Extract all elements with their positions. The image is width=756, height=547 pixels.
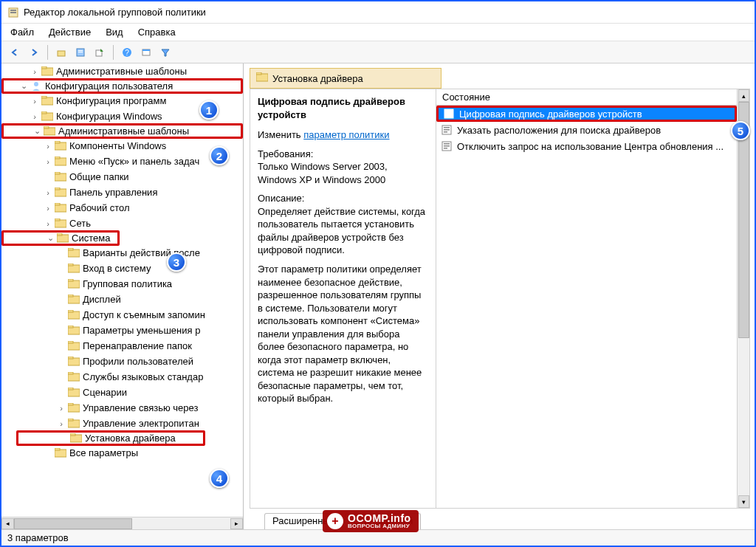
svg-rect-66	[446, 111, 452, 112]
tree-label: Конфигурация пользователя	[45, 80, 173, 92]
tree-lang-services[interactable]: Службы языковых стандар	[1, 369, 243, 385]
description-p1: Определяет действие системы, когда польз…	[258, 206, 425, 256]
tree-action-variants[interactable]: Варианты действий после	[1, 245, 243, 261]
svg-rect-60	[70, 433, 75, 436]
folder-icon	[68, 278, 80, 290]
nav-forward-icon[interactable]	[25, 44, 43, 61]
chevron-right-icon[interactable]: ›	[43, 219, 53, 228]
hscroll-thumb[interactable]	[14, 518, 132, 529]
tree-reduction-params[interactable]: Параметры уменьшения р	[1, 323, 243, 338]
tree-label: Рабочий стол	[69, 202, 130, 213]
toolbar: ?	[1, 41, 755, 63]
tree-scroll[interactable]: › Административные шаблоны ⌄ Конфигураци…	[1, 63, 243, 517]
app-icon	[7, 7, 19, 18]
user-config-icon	[30, 80, 42, 92]
tree-removable-access[interactable]: Доступ к съемным запомин	[1, 307, 243, 323]
tree-user-config[interactable]: ⌄ Конфигурация пользователя	[1, 78, 243, 94]
policy-row-label: Цифровая подпись драйверов устройств	[459, 109, 642, 120]
tree-network[interactable]: › Сеть	[1, 216, 243, 231]
tree-comm-mgmt[interactable]: ›Управление связью через	[1, 400, 243, 416]
nav-back-icon[interactable]	[6, 44, 24, 61]
chevron-right-icon[interactable]: ›	[30, 67, 40, 76]
annotation-badge-4: 4	[210, 469, 229, 488]
policy-row[interactable]: Указать расположения для поиска драйверо…	[436, 122, 737, 138]
menu-view[interactable]: Вид	[106, 27, 123, 38]
folder-icon	[57, 233, 69, 244]
tree-system[interactable]: ⌄ Система	[1, 230, 120, 246]
properties-icon[interactable]	[72, 44, 89, 61]
tree-win-components[interactable]: › Компоненты Windows	[1, 138, 243, 154]
content-vscrollbar[interactable]: ▴ ▾	[737, 89, 749, 508]
scroll-right-icon[interactable]: ▸	[230, 518, 243, 529]
chevron-right-icon[interactable]: ›	[43, 188, 53, 197]
policy-list-body: Цифровая подпись драйверов устройств Ука…	[436, 106, 737, 508]
tree-scripts[interactable]: Сценарии	[1, 385, 243, 400]
menu-action[interactable]: Действие	[49, 27, 91, 38]
folder-icon	[68, 309, 80, 321]
export-icon[interactable]	[91, 44, 109, 61]
policy-row[interactable]: Отключить запрос на использование Центра…	[436, 138, 737, 154]
list-column-header[interactable]: Состояние	[436, 89, 737, 106]
tree-admin-templates[interactable]: ⌄ Административные шаблоны	[1, 123, 243, 139]
chevron-down-icon[interactable]: ⌄	[45, 233, 55, 243]
svg-rect-75	[444, 145, 450, 147]
filter-icon[interactable]	[157, 44, 174, 61]
tree-desktop[interactable]: › Рабочий стол	[1, 200, 243, 216]
svg-rect-20	[44, 126, 49, 128]
svg-rect-44	[68, 310, 73, 312]
tree-label: Панель управления	[69, 187, 157, 198]
up-level-icon[interactable]	[52, 44, 70, 61]
tree-group-policy[interactable]: Групповая политика	[1, 276, 243, 292]
svg-rect-67	[446, 113, 452, 114]
chevron-right-icon[interactable]: ›	[30, 112, 40, 121]
folder-icon	[55, 218, 66, 230]
chevron-down-icon[interactable]: ⌄	[32, 126, 42, 136]
chevron-right-icon[interactable]: ›	[43, 204, 53, 213]
tree-hscrollbar[interactable]: ◂ ▸	[1, 517, 243, 529]
tree-user-profiles[interactable]: Профили пользователей	[1, 354, 243, 369]
tree-label: Все параметры	[69, 447, 138, 458]
chevron-down-icon[interactable]: ⌄	[18, 81, 29, 91]
svg-rect-38	[68, 264, 73, 266]
panel-icon[interactable]	[137, 44, 155, 61]
tree-driver-install[interactable]: Установка драйвера	[16, 430, 205, 446]
tree-panel: › Административные шаблоны ⌄ Конфигураци…	[1, 63, 244, 529]
help-icon[interactable]: ?	[118, 44, 136, 61]
toolbar-divider	[113, 45, 114, 60]
folder-icon	[70, 433, 82, 444]
svg-rect-50	[68, 357, 73, 359]
tree-display[interactable]: Дисплей	[1, 292, 243, 307]
scroll-down-icon[interactable]: ▾	[738, 495, 749, 508]
menu-file[interactable]: Файл	[10, 27, 34, 38]
tree-start-menu[interactable]: › Меню «Пуск» и панель задач	[1, 154, 243, 169]
content-body: Цифровая подпись драйверов устройств Изм…	[250, 89, 750, 509]
policy-setting-icon	[441, 140, 453, 152]
chevron-right-icon[interactable]: ›	[30, 97, 40, 106]
tree-all-params[interactable]: Все параметры	[1, 445, 243, 461]
svg-rect-24	[55, 156, 60, 159]
folder-icon	[55, 156, 66, 168]
description-label: Описание:	[258, 193, 304, 204]
tree-label: Общие папки	[69, 171, 129, 182]
tree-admin-templates-top[interactable]: › Административные шаблоны	[1, 63, 243, 79]
tree-folder-redirection[interactable]: Перенаправление папок	[1, 338, 243, 354]
svg-rect-1	[10, 10, 16, 11]
chevron-right-icon[interactable]: ›	[56, 419, 66, 428]
chevron-right-icon[interactable]: ›	[43, 142, 53, 151]
scroll-up-icon[interactable]: ▴	[738, 89, 749, 102]
chevron-right-icon[interactable]: ›	[43, 157, 53, 166]
svg-rect-46	[68, 326, 73, 328]
scroll-left-icon[interactable]: ◂	[1, 518, 14, 529]
tree-label: Конфигурация Windows	[56, 111, 162, 122]
tree-shared-folders[interactable]: Общие папки	[1, 169, 243, 185]
tree-control-panel[interactable]: › Панель управления	[1, 185, 243, 200]
tree-logon[interactable]: Вход в систему	[1, 261, 243, 276]
chevron-right-icon[interactable]: ›	[56, 404, 66, 413]
svg-rect-48	[68, 341, 73, 343]
policy-row-selected[interactable]: Цифровая подпись драйверов устройств	[436, 106, 737, 122]
menu-help[interactable]: Справка	[138, 27, 176, 38]
policy-parameter-link[interactable]: параметр политики	[303, 129, 389, 140]
svg-rect-58	[68, 419, 73, 421]
policy-setting-icon	[441, 124, 453, 136]
tree-power-mgmt[interactable]: ›Управление электропитан	[1, 416, 243, 431]
